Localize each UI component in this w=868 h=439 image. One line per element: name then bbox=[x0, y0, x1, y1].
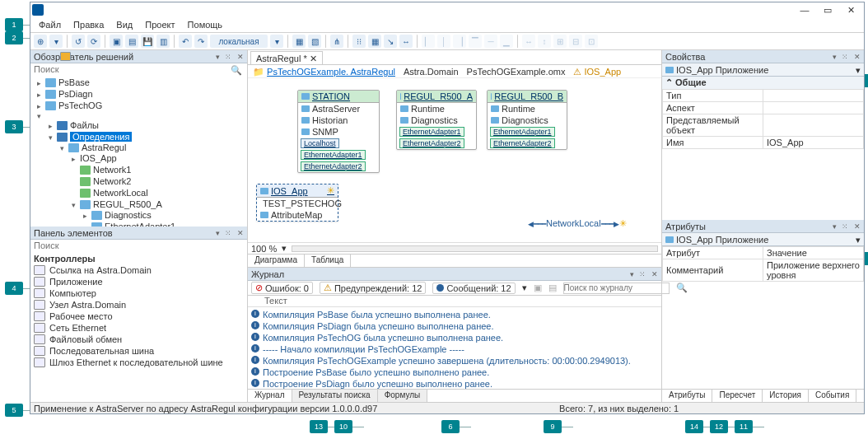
tb-align-m-icon[interactable]: ─ bbox=[484, 35, 497, 48]
jtab-journal[interactable]: Журнал bbox=[248, 390, 292, 402]
palette-item[interactable]: Последовательная шина bbox=[49, 346, 154, 356]
journal-line[interactable]: Построение PsBase было успешно выполнено… bbox=[263, 367, 489, 377]
tb-conn-icon[interactable]: ↔ bbox=[399, 35, 413, 48]
warnings-filter[interactable]: ⚠Предупреждений: 12 bbox=[320, 282, 426, 294]
journal-col-text[interactable]: Текст bbox=[264, 296, 287, 306]
viewtab-diagram[interactable]: Диаграмма bbox=[248, 255, 305, 267]
node-regul-a[interactable]: REGUL_R500_A Runtime Diagnostics Etherne… bbox=[396, 90, 477, 150]
journal-dd-icon[interactable]: ▾ bbox=[522, 283, 527, 293]
crumb-4[interactable]: IOS_App bbox=[585, 67, 622, 77]
port[interactable]: EthernetAdapter1 bbox=[301, 150, 366, 160]
crumb-3[interactable]: PsTechOGExample.omx bbox=[467, 67, 566, 76]
tb-folder-icon[interactable]: ▣ bbox=[110, 35, 123, 48]
tb-align-b-icon[interactable]: ▁ bbox=[500, 35, 513, 48]
tb-align-t-icon[interactable]: ▔ bbox=[469, 35, 482, 48]
journal-panel-buttons[interactable]: ▾ ⁙ ✕ bbox=[630, 268, 660, 281]
tb-grid-icon[interactable]: ▦ bbox=[368, 35, 381, 48]
window-close-button[interactable]: ✕ bbox=[839, 2, 862, 17]
tab-close-icon[interactable]: ✕ bbox=[310, 54, 317, 63]
tb-dropdown-icon[interactable]: ▾ bbox=[49, 35, 63, 48]
palette-item[interactable]: Рабочее место bbox=[49, 311, 113, 321]
tb-build-icon[interactable]: ▦ bbox=[292, 35, 306, 48]
tree-regul[interactable]: REGUL_R500_A bbox=[93, 199, 162, 209]
attr-val[interactable]: Приложение верхнего уровня bbox=[763, 259, 864, 281]
tb-refresh-icon[interactable]: ↺ bbox=[72, 35, 85, 48]
search-icon[interactable]: 🔍 bbox=[231, 65, 242, 76]
palette-item[interactable]: Компьютер bbox=[49, 288, 96, 298]
tree-pstechog[interactable]: PsTechOG bbox=[58, 100, 102, 110]
tb-new-icon[interactable]: ⊕ bbox=[34, 35, 47, 48]
tb-dd-icon[interactable]: ▾ bbox=[270, 35, 283, 48]
tb-undo-icon[interactable]: ↶ bbox=[179, 35, 192, 48]
dropdown-icon[interactable]: ▾ bbox=[856, 63, 861, 77]
tb-dist-h-icon[interactable]: ↔ bbox=[522, 35, 535, 48]
solution-tree[interactable]: ▸PsBase ▸PsDiagn ▸PsTechOG ▾ ▸Файлы ▾Опр… bbox=[30, 75, 247, 227]
atab-history[interactable]: История bbox=[763, 390, 809, 402]
elements-panel-buttons[interactable]: ▾ ⁙ ✕ bbox=[216, 227, 245, 240]
prop-val[interactable]: IOS_App bbox=[763, 137, 864, 149]
menu-file[interactable]: Файл bbox=[34, 19, 66, 30]
tb-dist-v-icon[interactable]: ↕ bbox=[538, 35, 551, 48]
jtab-results[interactable]: Результаты поиска bbox=[292, 390, 378, 402]
crumb-2[interactable]: Astra.Domain bbox=[404, 67, 459, 76]
journal-line[interactable]: Компиляция PsTechOGExample успешно завер… bbox=[263, 356, 631, 366]
tb-open-icon[interactable]: ▤ bbox=[125, 35, 138, 48]
tree-defs[interactable]: Определения bbox=[70, 132, 132, 142]
attr-key[interactable]: Комментарий bbox=[663, 259, 763, 281]
tb-deploy-icon[interactable]: ▧ bbox=[308, 35, 321, 48]
node-regul-b[interactable]: REGUL_R500_B Runtime Diagnostics Etherne… bbox=[487, 90, 567, 150]
palette-group[interactable]: Контроллеры bbox=[34, 254, 96, 264]
tree-net1[interactable]: Network1 bbox=[93, 165, 131, 175]
journal-line[interactable]: Компиляция PsTechOG была успешно выполне… bbox=[263, 333, 503, 343]
tree-astra[interactable]: AstraRegul bbox=[82, 142, 126, 152]
port[interactable]: Localhost bbox=[301, 138, 339, 148]
palette-item[interactable]: Сеть Ethernet bbox=[49, 323, 106, 333]
zoom-dd-icon[interactable]: ▾ bbox=[282, 243, 287, 254]
window-maximize-button[interactable]: ▭ bbox=[816, 2, 839, 17]
tab-astraregul[interactable]: AstraRegul * ✕ bbox=[250, 51, 323, 64]
attributes-object[interactable]: IOS_App Приложение ▾ bbox=[662, 233, 864, 246]
port[interactable]: EthernetAdapter2 bbox=[301, 161, 366, 171]
tb-align-l-icon[interactable]: ▏ bbox=[422, 35, 435, 48]
port[interactable]: EthernetAdapter1 bbox=[490, 127, 555, 137]
messages-filter[interactable]: Сообщений: 12 bbox=[432, 283, 515, 294]
tree-diag[interactable]: Diagnostics bbox=[105, 210, 152, 220]
tb-target-combo[interactable]: локальная bbox=[210, 35, 268, 48]
property-grid[interactable]: ⌃ Общие Тип Аспект Представляемый объект… bbox=[662, 77, 864, 220]
diagram-canvas[interactable]: STATION AstraServer Historian SNMP Local… bbox=[248, 78, 661, 242]
zoom-pct[interactable]: 100 % bbox=[251, 244, 277, 254]
prop-key[interactable]: Тип bbox=[663, 90, 763, 102]
atab-attributes[interactable]: Атрибуты bbox=[662, 390, 712, 402]
menu-help[interactable]: Помощь bbox=[183, 19, 228, 30]
node-networklocal[interactable]: ◀━━━NetworkLocal━━━▶✳ bbox=[528, 218, 627, 229]
tb-saveall-icon[interactable]: ▥ bbox=[156, 35, 170, 48]
journal-copy-icon[interactable]: ▣ bbox=[534, 283, 542, 293]
tb-samesize-icon[interactable]: ⊞ bbox=[553, 35, 567, 48]
attr-col-name[interactable]: Атрибут bbox=[663, 246, 763, 259]
journal-line[interactable]: Компиляция PsDiagn была успешно выполнен… bbox=[263, 321, 494, 331]
tb-link-icon[interactable]: ↘ bbox=[384, 35, 397, 48]
journal-list[interactable]: iКомпиляция PsBase была успешно выполнен… bbox=[248, 307, 661, 389]
prop-key[interactable]: Имя bbox=[663, 137, 763, 149]
journal-search-input[interactable] bbox=[563, 283, 670, 294]
tb-redo-icon[interactable]: ↷ bbox=[194, 35, 208, 48]
port[interactable]: EthernetAdapter2 bbox=[399, 138, 464, 148]
jtab-formulas[interactable]: Формулы bbox=[378, 390, 428, 402]
elements-search-input[interactable] bbox=[34, 241, 244, 250]
tb-samew-icon[interactable]: ⊡ bbox=[585, 35, 598, 48]
prop-key[interactable]: Аспект bbox=[663, 102, 763, 114]
palette-item[interactable]: Файловый обмен bbox=[49, 334, 122, 344]
palette-item[interactable]: Шлюз Ethernet к последовательной шине bbox=[49, 357, 223, 367]
journal-clear-icon[interactable]: ▤ bbox=[548, 283, 557, 293]
tb-sync-icon[interactable]: ⟳ bbox=[87, 35, 100, 48]
menu-edit[interactable]: Правка bbox=[68, 19, 109, 30]
menu-view[interactable]: Вид bbox=[111, 19, 138, 30]
journal-line[interactable]: ----- Начало компиляции PsTechOGExample … bbox=[263, 344, 464, 354]
palette-item[interactable]: Узел Astra.Domain bbox=[49, 300, 126, 310]
collapse-icon[interactable]: ⌃ bbox=[665, 77, 673, 87]
tree-psbase[interactable]: PsBase bbox=[58, 77, 90, 87]
journal-line[interactable]: Компиляция PsBase была успешно выполнена… bbox=[263, 310, 491, 320]
explorer-search-input[interactable] bbox=[34, 64, 244, 74]
tree-psdiagn[interactable]: PsDiagn bbox=[58, 89, 93, 99]
window-minimize-button[interactable]: — bbox=[793, 2, 816, 17]
